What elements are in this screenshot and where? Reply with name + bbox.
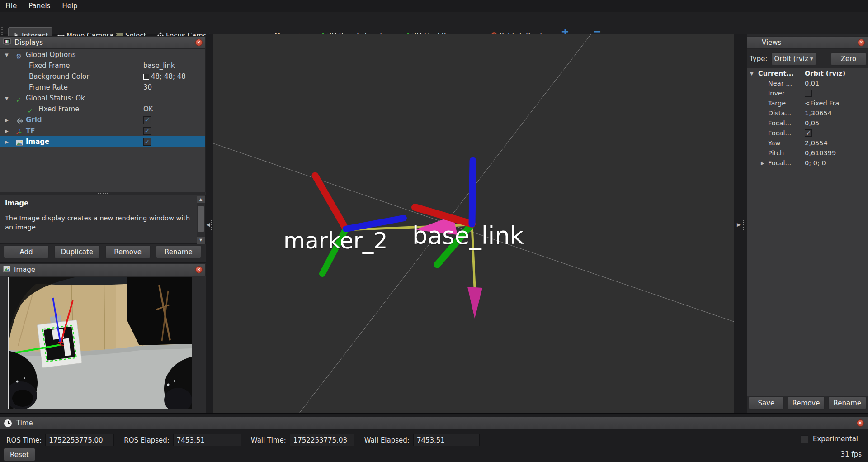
time-panel-header: Time ✕ <box>0 417 868 429</box>
views-type-row: Type: Orbit (rviz ▼ Zero <box>747 51 868 67</box>
menu-bar: FilePanelsHelp <box>0 0 868 12</box>
property-value[interactable]: ✓ <box>143 125 151 136</box>
views-button-row: SaveRemoveRename <box>747 396 868 410</box>
expander-icon[interactable]: ▶ <box>5 115 9 126</box>
property-value[interactable]: base_link <box>143 60 175 71</box>
duplicate-button[interactable]: Duplicate <box>54 245 99 258</box>
views-row-inver-[interactable]: Inver... <box>747 88 868 98</box>
property-value[interactable]: 2,0554 <box>805 138 828 148</box>
checkbox-unchecked[interactable] <box>805 90 812 97</box>
views-row-dista-[interactable]: Dista...1,30654 <box>747 108 868 118</box>
views-row-focal-[interactable]: ▶Focal...0; 0; 0 <box>747 158 868 168</box>
reset-button[interactable]: Reset <box>4 448 35 461</box>
time-field-ros-elapsed[interactable]: 7453.51 <box>173 434 241 446</box>
property-name: Focal... <box>768 118 791 128</box>
zero-button[interactable]: Zero <box>831 52 866 66</box>
property-value[interactable]: 0; 0; 0 <box>805 158 826 168</box>
views-row-targe-[interactable]: Targe...<Fixed Fra... <box>747 98 868 108</box>
expander-icon[interactable]: ▶ <box>761 158 764 168</box>
enabled-checkbox[interactable]: ✓ <box>143 138 151 146</box>
displays-close-icon[interactable]: ✕ <box>195 39 203 46</box>
views-row-pitch[interactable]: Pitch0,610399 <box>747 148 868 158</box>
property-value[interactable]: ✓ <box>805 128 812 138</box>
views-row-current-[interactable]: ▼Current...Orbit (rviz) <box>747 68 868 78</box>
description-scrollbar[interactable]: ▲ ▼ <box>197 196 205 244</box>
chevron-down-icon: ▼ <box>810 57 813 61</box>
property-value[interactable]: OK <box>143 104 153 114</box>
property-value[interactable]: 1,30654 <box>805 108 832 118</box>
menu-item-help[interactable]: Help <box>62 2 77 10</box>
property-value[interactable]: 0,05 <box>805 118 819 128</box>
view-type-dropdown[interactable]: Orbit (rviz ▼ <box>771 52 816 65</box>
checkbox-checked[interactable]: ✓ <box>805 129 812 137</box>
enabled-checkbox[interactable]: ✓ <box>143 116 151 124</box>
image-panel: Image ✕ <box>0 263 206 413</box>
displays-row-tf[interactable]: ▶TF✓ <box>0 125 205 136</box>
left-splitter-grip[interactable] <box>211 220 212 230</box>
displays-row-background-color[interactable]: Background Color48; 48; 48 <box>0 71 205 82</box>
right-splitter-grip[interactable] <box>743 220 744 230</box>
property-value[interactable] <box>805 88 812 98</box>
property-value[interactable]: 0,01 <box>805 78 819 88</box>
image-close-icon[interactable]: ✕ <box>195 266 203 273</box>
menu-item-panels[interactable]: Panels <box>28 2 50 10</box>
toolbar: InteractMove CameraSelectFocus CameraMea… <box>0 12 868 34</box>
property-value[interactable]: ✓ <box>143 136 151 147</box>
scrollbar-thumb[interactable] <box>198 206 204 232</box>
displays-row-frame-rate[interactable]: Frame Rate30 <box>0 82 205 93</box>
experimental-checkbox[interactable] <box>801 435 808 443</box>
displays-panel-header: Displays ✕ <box>0 36 206 49</box>
property-value[interactable]: 0,610399 <box>805 148 836 158</box>
add-button[interactable]: Add <box>4 245 49 258</box>
rename-button[interactable]: Rename <box>156 245 201 258</box>
property-value[interactable]: Orbit (rviz) <box>805 68 845 78</box>
scroll-up-icon[interactable]: ▲ <box>197 196 205 203</box>
displays-row-fixed-frame[interactable]: Fixed Framebase_link <box>0 60 205 71</box>
displays-row-image[interactable]: ▶Image✓ <box>0 136 205 147</box>
property-name: Targe... <box>768 98 792 108</box>
displays-row-grid[interactable]: ▶Grid✓ <box>0 114 205 125</box>
time-field-wall-time[interactable]: 1752253775.03 <box>290 434 354 446</box>
views-row-focal-[interactable]: Focal...0,05 <box>747 118 868 128</box>
views-row-yaw[interactable]: Yaw2,0554 <box>747 138 868 148</box>
collapse-right-icon[interactable]: ▶ <box>737 222 741 228</box>
expander-icon[interactable]: ▶ <box>5 126 9 137</box>
views-panel: Views ✕ Type: Orbit (rviz ▼ Zero ▼Curren… <box>747 34 868 413</box>
views-row-focal-[interactable]: Focal...✓ <box>747 128 868 138</box>
property-value[interactable]: 30 <box>143 82 152 93</box>
right-splitter[interactable]: ▶ <box>734 34 747 413</box>
menu-item-file[interactable]: File <box>5 2 17 10</box>
expander-icon[interactable]: ▼ <box>750 69 754 79</box>
displays-row-global-options[interactable]: ▼⚙Global Options <box>0 49 205 60</box>
remove-button[interactable]: Remove <box>105 245 151 258</box>
clock-icon <box>4 419 12 427</box>
expander-icon[interactable]: ▼ <box>5 50 9 61</box>
collapse-left-icon[interactable]: ◀ <box>206 222 210 228</box>
save-view-button[interactable]: Save <box>749 396 784 410</box>
experimental-option: Experimental <box>801 435 858 443</box>
enabled-checkbox[interactable]: ✓ <box>143 127 151 135</box>
color-swatch[interactable] <box>143 74 149 80</box>
time-close-icon[interactable]: ✕ <box>857 419 864 427</box>
rename-view-button[interactable]: Rename <box>828 396 866 410</box>
image-panel-header: Image ✕ <box>0 263 206 276</box>
expander-icon[interactable]: ▶ <box>5 137 9 148</box>
time-field-wall-elapsed[interactable]: 7453.51 <box>413 434 480 446</box>
views-row-near-[interactable]: Near ...0,01 <box>747 78 868 88</box>
3d-viewport[interactable]: marker_2 base_link <box>213 34 734 413</box>
property-name: Pitch <box>768 148 784 158</box>
expander-icon[interactable]: ▼ <box>5 93 9 104</box>
displays-row-fixed-frame[interactable]: ✓Fixed FrameOK <box>0 104 205 114</box>
monitor-icon <box>3 38 11 47</box>
remove-view-button[interactable]: Remove <box>788 396 825 410</box>
views-close-icon[interactable]: ✕ <box>858 39 865 46</box>
scroll-down-icon[interactable]: ▼ <box>197 237 205 244</box>
property-value[interactable]: 48; 48; 48 <box>143 71 186 82</box>
property-value[interactable]: ✓ <box>143 114 151 125</box>
property-name: Fixed Frame <box>38 104 79 114</box>
time-field-ros-time[interactable]: 1752253775.00 <box>45 434 114 446</box>
left-splitter[interactable]: ◀ <box>206 34 213 413</box>
display-description-text: The Image display creates a new renderin… <box>5 214 193 232</box>
displays-row-global-status-ok[interactable]: ▼✓Global Status: Ok <box>0 93 205 104</box>
property-value[interactable]: <Fixed Fra... <box>805 98 845 108</box>
